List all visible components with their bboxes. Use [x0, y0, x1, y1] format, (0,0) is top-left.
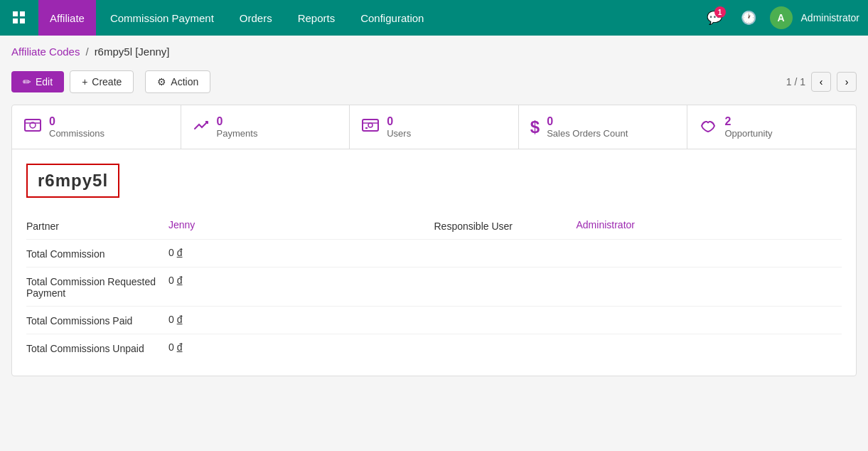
create-button[interactable]: + Create — [70, 70, 134, 93]
stat-users[interactable]: 0 Users — [350, 105, 519, 149]
total-commission-requested-row: Total Commission Requested Payment 0 đ — [26, 267, 842, 307]
sales-orders-label: Sales Orders Count — [547, 128, 628, 139]
users-label: Users — [387, 128, 411, 139]
partner-label: Partner — [26, 219, 168, 232]
total-commissions-paid-label: Total Commissions Paid — [26, 314, 168, 327]
toolbar-right: 1 / 1 ‹ › — [786, 72, 857, 92]
plus-icon: + — [82, 76, 87, 87]
responsible-user-label: Responsible User — [434, 219, 577, 232]
stat-commissions[interactable]: 0 Commissions — [12, 105, 181, 149]
navbar-right: 💬 1 🕐 A Administrator — [702, 5, 859, 31]
clock-icon-button[interactable]: 🕐 — [736, 5, 761, 31]
next-page-button[interactable]: › — [837, 72, 857, 92]
chevron-left-icon: ‹ — [820, 76, 823, 87]
stat-opportunity[interactable]: 2 Opportunity — [687, 105, 856, 149]
responsible-user-value[interactable]: Administrator — [577, 219, 635, 232]
prev-page-button[interactable]: ‹ — [811, 72, 831, 92]
svg-point-10 — [368, 123, 373, 127]
payments-icon — [193, 117, 210, 138]
partner-value[interactable]: Jenny — [168, 219, 195, 232]
total-commission-label: Total Commission — [26, 247, 168, 260]
commissions-label: Commissions — [49, 128, 105, 139]
page-info: 1 / 1 — [786, 76, 805, 87]
total-commission-value: 0 đ — [168, 247, 182, 260]
total-commissions-paid-value: 0 đ — [168, 314, 182, 327]
svg-rect-4 — [25, 120, 41, 131]
total-commission-requested-value: 0 đ — [168, 275, 182, 299]
sales-orders-icon: $ — [530, 117, 540, 137]
sales-orders-count: 0 — [547, 115, 628, 128]
nav-orders[interactable]: Orders — [228, 0, 284, 36]
breadcrumb-separator: / — [85, 46, 88, 58]
svg-rect-2 — [13, 18, 18, 23]
total-commissions-unpaid-label: Total Commissions Unpaid — [26, 341, 168, 354]
users-icon — [361, 116, 380, 139]
clock-icon: 🕐 — [741, 10, 756, 26]
opportunity-count: 2 — [724, 115, 772, 128]
svg-rect-1 — [20, 11, 25, 16]
breadcrumb-link[interactable]: Affiliate Codes — [11, 46, 80, 58]
pencil-icon: ✏ — [23, 76, 31, 87]
commissions-count: 0 — [49, 115, 105, 128]
total-commissions-paid-row: Total Commissions Paid 0 đ — [26, 307, 842, 334]
total-commission-requested-label: Total Commission Requested Payment — [26, 275, 168, 299]
partner-row: Partner Jenny Responsible User Administr… — [26, 212, 842, 240]
breadcrumb: Affiliate Codes / r6mpy5l [Jenny] — [0, 36, 868, 65]
action-button[interactable]: ⚙ Action — [145, 70, 210, 93]
svg-rect-0 — [13, 11, 18, 16]
payments-label: Payments — [217, 128, 258, 139]
form-section: Partner Jenny Responsible User Administr… — [12, 205, 856, 376]
nav-commission-payment[interactable]: Commission Payment — [99, 0, 225, 36]
edit-button[interactable]: ✏ Edit — [11, 71, 64, 92]
total-commissions-unpaid-value: 0 đ — [168, 341, 182, 354]
nav-affiliate[interactable]: Affiliate — [38, 0, 96, 36]
total-commission-row: Total Commission 0 đ — [26, 240, 842, 267]
stat-payments[interactable]: 0 Payments — [181, 105, 350, 149]
nav-reports[interactable]: Reports — [286, 0, 347, 36]
users-count: 0 — [387, 115, 411, 128]
commissions-icon — [23, 116, 42, 139]
notification-badge: 1 — [714, 6, 726, 18]
opportunity-label: Opportunity — [724, 128, 772, 139]
nav-configuration[interactable]: Configuration — [349, 0, 435, 36]
breadcrumb-current: r6mpy5l [Jenny] — [95, 46, 170, 58]
stat-sales-orders[interactable]: $ 0 Sales Orders Count — [519, 105, 688, 149]
chat-icon-button[interactable]: 💬 1 — [702, 5, 727, 31]
code-section: r6mpy5l — [12, 149, 856, 205]
total-commissions-unpaid-row: Total Commissions Unpaid 0 đ — [26, 334, 842, 361]
payments-count: 0 — [217, 115, 258, 128]
admin-name: Administrator — [801, 12, 859, 23]
svg-rect-3 — [20, 18, 25, 23]
navbar: Affiliate Commission Payment Orders Repo… — [0, 0, 868, 36]
main-content: 0 Commissions 0 Payments — [11, 105, 857, 376]
affiliate-code-title: r6mpy5l — [26, 164, 119, 198]
chevron-right-icon: › — [845, 76, 849, 87]
grid-icon[interactable] — [9, 7, 30, 28]
avatar[interactable]: A — [770, 6, 793, 29]
svg-rect-9 — [363, 120, 378, 131]
stats-bar: 0 Commissions 0 Payments — [12, 105, 856, 149]
opportunity-icon — [699, 116, 717, 139]
toolbar: ✏ Edit + Create ⚙ Action 1 / 1 ‹ › — [0, 65, 868, 99]
gear-icon: ⚙ — [157, 76, 166, 87]
